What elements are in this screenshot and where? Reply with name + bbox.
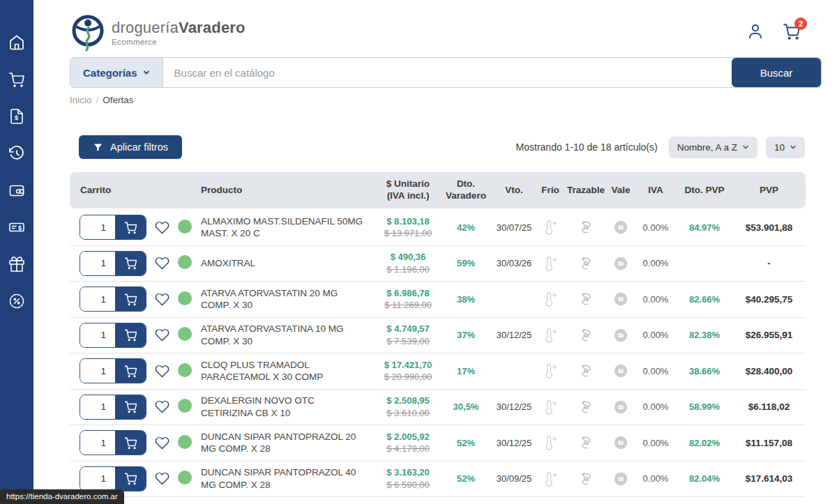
top-bar: drogueríaVaradero Ecommerce 2 [70, 0, 822, 57]
search-button[interactable]: Buscar [732, 58, 821, 87]
cart-cell [70, 215, 149, 240]
brand-logo-icon [70, 13, 106, 52]
heart-icon [155, 436, 169, 450]
unit-price-old: $ 1.196,00 [377, 264, 439, 276]
col-header-vale: Vale [607, 185, 635, 197]
svg-text:$: $ [18, 224, 22, 231]
voucher-badge-icon [613, 363, 628, 379]
brand-subtitle: Ecommerce [112, 38, 246, 46]
add-to-cart-button[interactable] [115, 395, 146, 419]
stock-indicator-dot [178, 363, 192, 377]
cart-cell [70, 358, 149, 383]
sidebar-item-gifts[interactable] [8, 255, 26, 273]
add-to-cart-icon [124, 221, 137, 234]
brand-logo[interactable]: drogueríaVaradero Ecommerce [70, 13, 246, 52]
quantity-input[interactable] [80, 395, 115, 419]
sidebar-item-wallet[interactable] [8, 181, 26, 199]
traceable-cell [565, 471, 607, 487]
results-toolbar: Aplicar filtros Mostrando 1-10 de 18 art… [70, 135, 822, 159]
add-to-cart-button[interactable] [115, 431, 146, 455]
thermometer-icon [543, 328, 558, 343]
add-to-cart-button[interactable] [115, 467, 146, 491]
add-to-cart-button[interactable] [115, 252, 146, 275]
cart-cell [70, 430, 149, 455]
add-to-cart-button[interactable] [115, 215, 146, 239]
add-to-cart-icon [124, 365, 137, 378]
favorite-button[interactable] [149, 328, 174, 342]
breadcrumb-home[interactable]: Inicio [70, 95, 92, 105]
traceability-route-icon [578, 256, 594, 271]
favorite-button[interactable] [149, 220, 174, 235]
traceable-cell [565, 363, 607, 379]
add-to-cart-button[interactable] [115, 323, 146, 347]
favorite-button[interactable] [149, 436, 174, 450]
quantity-input[interactable] [80, 287, 115, 311]
chevron-down-icon [742, 144, 749, 151]
thermometer-icon [543, 363, 558, 379]
apply-filters-label: Aplicar filtros [110, 142, 168, 153]
discount-varadero: 59% [439, 258, 492, 268]
quantity-input[interactable] [80, 467, 115, 491]
expiry-date: 30/07/25 [492, 222, 536, 233]
expiry-date: 30/09/25 [492, 473, 536, 484]
brand-text: drogueríaVaradero Ecommerce [112, 19, 246, 46]
sidebar-item-invoices[interactable]: $ [8, 107, 26, 125]
categories-dropdown[interactable]: Categorías [70, 58, 163, 87]
product-name: DUNCAN SIPAR PANTOPRAZOL 20 MG COMP. X 2… [195, 431, 377, 455]
stock-indicator-dot [178, 435, 192, 449]
unit-price: $ 490,36 [377, 251, 439, 264]
sidebar-item-offers[interactable] [8, 292, 26, 310]
discount-pvp: 58.99% [677, 402, 732, 412]
sort-dropdown[interactable]: Nombre, A a Z [669, 137, 757, 158]
stock-indicator-dot [178, 399, 192, 413]
voucher-cell [607, 256, 635, 271]
favorite-button[interactable] [149, 364, 174, 379]
sidebar-item-home[interactable] [8, 33, 26, 52]
quantity-control [80, 287, 146, 312]
traceability-route-icon [578, 471, 594, 487]
account-button[interactable] [746, 22, 764, 43]
cart-button[interactable]: 2 [783, 22, 801, 43]
add-to-cart-button[interactable] [115, 287, 146, 311]
header-actions: 2 [746, 13, 822, 43]
favorite-button[interactable] [149, 471, 174, 486]
unit-price: $ 3.163,20 [377, 466, 439, 479]
brand-name-bold: Varadero [179, 19, 246, 36]
discount-varadero: 17% [439, 366, 492, 376]
toolbar-right: Mostrando 1-10 de 18 artículo(s) Nombre,… [516, 137, 805, 158]
voucher-cell [607, 471, 635, 487]
stock-indicator-dot [178, 255, 192, 269]
apply-filters-button[interactable]: Aplicar filtros [79, 135, 182, 159]
iva-value: 0.00% [635, 473, 677, 484]
main-content: drogueríaVaradero Ecommerce 2 Categorías… [33, 0, 837, 497]
quantity-input[interactable] [80, 252, 115, 275]
sidebar-item-history[interactable] [8, 144, 26, 162]
stock-cell [174, 291, 195, 307]
stock-cell [174, 471, 195, 487]
search-input[interactable] [163, 58, 732, 87]
page-size-dropdown[interactable]: 10 [766, 137, 805, 158]
favorite-button[interactable] [149, 292, 174, 307]
quantity-input[interactable] [80, 215, 115, 239]
add-to-cart-button[interactable] [115, 359, 146, 383]
quantity-input[interactable] [80, 359, 115, 383]
sidebar-item-payments[interactable]: $ [8, 218, 26, 236]
heart-icon [155, 256, 169, 270]
stock-cell [174, 327, 195, 343]
categories-label: Categorías [83, 67, 137, 79]
table-row: DUNCAN SIPAR PANTOPRAZOL 20 MG COMP. X 2… [70, 425, 806, 461]
stock-indicator-dot [178, 291, 192, 305]
add-to-cart-icon [124, 257, 137, 270]
discount-pvp: 82.38% [677, 330, 732, 340]
quantity-input[interactable] [80, 431, 115, 455]
quantity-input[interactable] [80, 323, 115, 347]
add-to-cart-icon [124, 328, 137, 342]
voucher-badge-icon [613, 471, 628, 487]
voucher-badge-icon [613, 399, 628, 415]
brand-name-light: droguería [112, 19, 179, 36]
voucher-badge-icon [613, 220, 628, 235]
favorite-button[interactable] [149, 256, 174, 270]
sidebar-item-cart[interactable] [8, 70, 26, 89]
favorite-button[interactable] [149, 399, 174, 414]
product-name: DUNCAN SIPAR PANTOPRAZOL 40 MG COMP. X 2… [195, 466, 377, 491]
